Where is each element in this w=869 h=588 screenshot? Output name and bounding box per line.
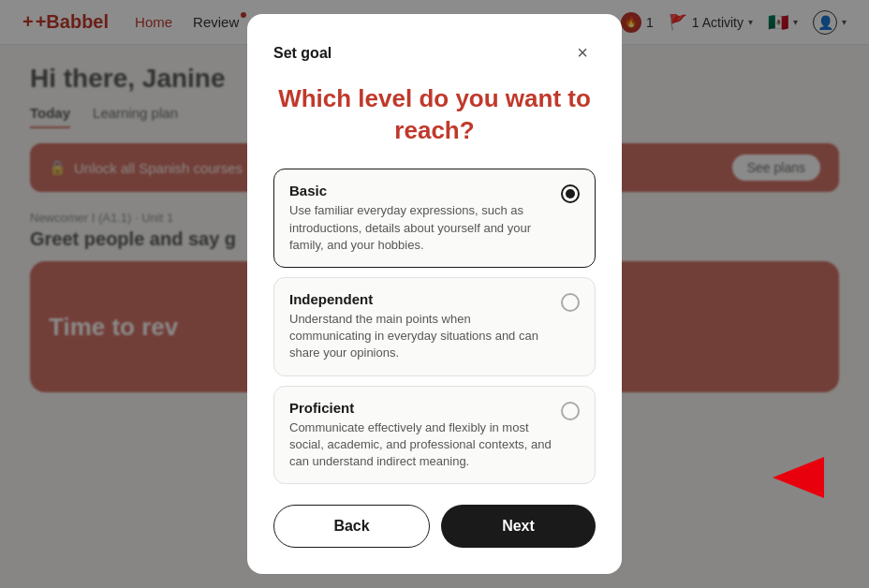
option-proficient-desc: Communicate effectively and flexibly in … xyxy=(289,419,552,471)
option-proficient-title: Proficient xyxy=(289,400,552,416)
option-proficient-radio xyxy=(561,402,580,420)
modal-footer: Back Next xyxy=(273,505,596,548)
option-independent[interactable]: Independent Understand the main points w… xyxy=(273,277,596,376)
option-proficient-content: Proficient Communicate effectively and f… xyxy=(289,400,561,471)
arrow-shape xyxy=(773,457,824,498)
back-button[interactable]: Back xyxy=(273,505,430,548)
option-proficient[interactable]: Proficient Communicate effectively and f… xyxy=(273,386,596,485)
red-arrow xyxy=(773,457,824,502)
option-basic-radio xyxy=(561,184,580,203)
option-basic-desc: Use familiar everyday expressions, such … xyxy=(289,202,552,254)
modal-header: Set goal × xyxy=(273,40,596,66)
modal-overlay: Set goal × Which level do you want to re… xyxy=(0,0,869,588)
option-basic[interactable]: Basic Use familiar everyday expressions,… xyxy=(273,169,596,268)
option-independent-desc: Understand the main points when communic… xyxy=(289,311,552,362)
set-goal-modal: Set goal × Which level do you want to re… xyxy=(247,14,622,574)
option-independent-title: Independent xyxy=(289,291,552,307)
modal-title: Set goal xyxy=(273,45,331,62)
option-independent-radio xyxy=(561,293,580,312)
option-basic-title: Basic xyxy=(289,183,552,198)
modal-close-button[interactable]: × xyxy=(569,40,596,66)
option-basic-content: Basic Use familiar everyday expressions,… xyxy=(289,183,561,254)
radio-inner-icon xyxy=(566,189,575,198)
option-independent-content: Independent Understand the main points w… xyxy=(289,291,561,362)
modal-question: Which level do you want to reach? xyxy=(273,83,596,147)
next-button[interactable]: Next xyxy=(441,505,596,548)
